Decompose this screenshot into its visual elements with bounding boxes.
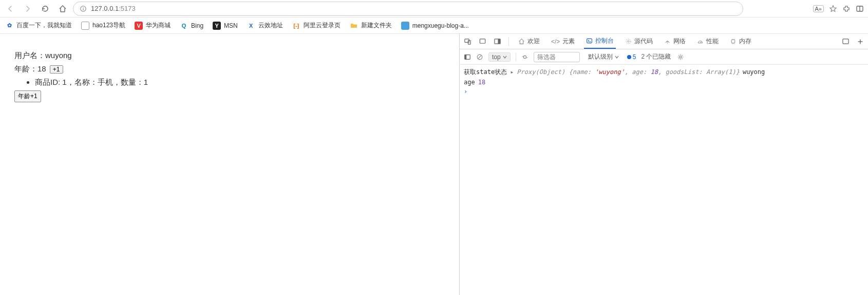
bookmark-huawei[interactable]: V华为商城 — [135, 21, 171, 30]
dot-icon — [627, 55, 631, 59]
bookmark-blog[interactable]: mengxuegu-blog-a... — [401, 22, 469, 30]
bookmark-label: 云效地址 — [258, 21, 283, 30]
goods-id-value: 1 — [62, 78, 66, 86]
reader-mode-badge[interactable]: A» — [813, 5, 824, 12]
goods-qty-label: 数量： — [121, 78, 144, 86]
split-screen-icon[interactable] — [856, 5, 864, 13]
tab-console[interactable]: 控制台 — [584, 34, 616, 49]
console-output: 获取state状态 ▸ Proxy(Object) {name: 'wuyong… — [460, 65, 868, 295]
goods-name-label: 名称： — [74, 78, 98, 86]
context-selector[interactable]: top — [488, 52, 511, 62]
dock-side-icon[interactable] — [494, 38, 501, 45]
devtools-panel: 欢迎 </>元素 控制台 源代码 网络 性能 内存 top 默认级别 5 2 个… — [460, 34, 868, 295]
more-panels-icon[interactable] — [842, 38, 850, 45]
refresh-button[interactable] — [38, 2, 52, 16]
add-tab-icon[interactable] — [857, 38, 864, 45]
goods-name-value: 手机 — [98, 78, 113, 86]
x-icon: X — [247, 22, 255, 30]
toggle-sidebar-icon[interactable] — [464, 53, 471, 61]
address-bar[interactable]: 127.0.0.1:5173 — [73, 2, 743, 16]
svg-rect-20 — [843, 39, 848, 44]
svg-rect-15 — [732, 40, 735, 43]
log-text: 获取state状态 — [464, 68, 507, 77]
bookmark-newfolder[interactable]: 新建文件夹 — [350, 21, 392, 30]
log-key: age — [464, 79, 475, 86]
username-row: 用户名：wuyong — [14, 49, 445, 62]
console-prompt[interactable]: › — [464, 87, 864, 96]
console-filter-input[interactable] — [534, 52, 580, 62]
bookmark-label: 新建文件夹 — [361, 21, 392, 30]
back-button[interactable] — [3, 2, 17, 16]
tab-memory[interactable]: 内存 — [728, 34, 753, 49]
svg-rect-9 — [498, 39, 500, 44]
square-icon — [401, 22, 409, 30]
age-value: 18 — [37, 64, 46, 73]
proxy-type: Proxy(Object) — [517, 68, 565, 76]
hidden-count[interactable]: 2 个已隐藏 — [641, 52, 671, 61]
tab-network[interactable]: 网络 — [662, 34, 688, 49]
goods-qty-value: 1 — [144, 78, 148, 86]
log-trail: wuyong — [743, 68, 765, 76]
bing-icon: Q — [180, 22, 188, 30]
age-label: 年龄： — [14, 64, 37, 73]
bookmark-label: Bing — [191, 22, 203, 29]
clear-console-icon[interactable] — [476, 53, 483, 61]
tab-sources[interactable]: 源代码 — [623, 34, 655, 49]
bookmark-baidu[interactable]: ✿百度一下，我就知道 — [5, 21, 72, 30]
goods-id-label: 商品ID: — [35, 78, 60, 86]
bookmark-label: 华为商城 — [146, 21, 171, 30]
page-icon — [81, 22, 89, 30]
age-plus-button[interactable]: 年龄+1 — [14, 90, 41, 102]
increment-button[interactable]: +1 — [50, 65, 63, 73]
username-value: wuyong — [45, 51, 72, 60]
bookmark-label: 百度一下，我就知道 — [16, 21, 72, 30]
tab-welcome[interactable]: 欢迎 — [516, 34, 542, 49]
bookmark-aliyun[interactable]: [-]阿里云登录页 — [292, 21, 341, 30]
bookmarks-bar: ✿百度一下，我就知道 hao123导航 V华为商城 QBing YMSN X云效… — [0, 17, 868, 34]
bookmark-label: MSN — [224, 22, 238, 29]
browser-toolbar: 127.0.0.1:5173 A» — [0, 0, 868, 17]
screencast-icon[interactable] — [479, 38, 486, 45]
folder-icon — [350, 22, 358, 30]
console-settings-icon[interactable] — [677, 53, 684, 61]
favorite-icon[interactable] — [829, 5, 837, 13]
extensions-icon[interactable] — [842, 5, 851, 13]
bookmark-label: mengxuegu-blog-a... — [412, 22, 469, 29]
v-icon: V — [135, 22, 143, 30]
username-label: 用户名： — [14, 51, 45, 60]
goods-list-item: 商品ID: 1，名称：手机，数量：1 — [35, 76, 445, 88]
tab-performance[interactable]: 性能 — [695, 34, 721, 49]
device-toggle-icon[interactable] — [464, 38, 471, 45]
bookmark-label: 阿里云登录页 — [304, 21, 341, 30]
forward-button[interactable] — [21, 2, 35, 16]
bookmark-label: hao123导航 — [92, 21, 125, 30]
paw-icon: ✿ — [5, 22, 13, 30]
msn-icon: Y — [213, 22, 221, 30]
svg-point-28 — [680, 56, 682, 58]
svg-point-12 — [626, 39, 631, 44]
bracket-icon: [-] — [292, 22, 300, 30]
svg-point-13 — [667, 43, 668, 44]
bookmark-msn[interactable]: YMSN — [213, 22, 238, 30]
console-toolbar: top 默认级别 5 2 个已隐藏 — [460, 49, 868, 65]
console-log-line[interactable]: 获取state状态 ▸ Proxy(Object) {name: 'wuyong… — [464, 67, 864, 78]
svg-rect-2 — [83, 7, 83, 7]
console-log-line[interactable]: age 18 — [464, 78, 864, 87]
issues-badge[interactable]: 5 — [627, 53, 636, 61]
home-button[interactable] — [55, 2, 70, 16]
bookmark-yunxiao[interactable]: X云效地址 — [247, 21, 283, 30]
log-level-selector[interactable]: 默认级别 — [585, 52, 622, 62]
svg-rect-1 — [83, 8, 83, 10]
address-url: 127.0.0.1:5173 — [91, 5, 136, 12]
svg-point-27 — [523, 56, 526, 58]
bookmark-hao123[interactable]: hao123导航 — [81, 21, 125, 30]
svg-point-11 — [628, 41, 629, 42]
tab-elements[interactable]: </>元素 — [549, 34, 577, 49]
devtools-tabs: 欢迎 </>元素 控制台 源代码 网络 性能 内存 — [460, 34, 868, 49]
bookmark-bing[interactable]: QBing — [180, 22, 203, 30]
svg-line-26 — [478, 55, 481, 58]
live-expression-icon[interactable] — [521, 53, 529, 61]
svg-rect-24 — [465, 54, 467, 59]
expand-icon[interactable]: ▸ — [510, 68, 514, 76]
info-icon — [80, 5, 87, 12]
